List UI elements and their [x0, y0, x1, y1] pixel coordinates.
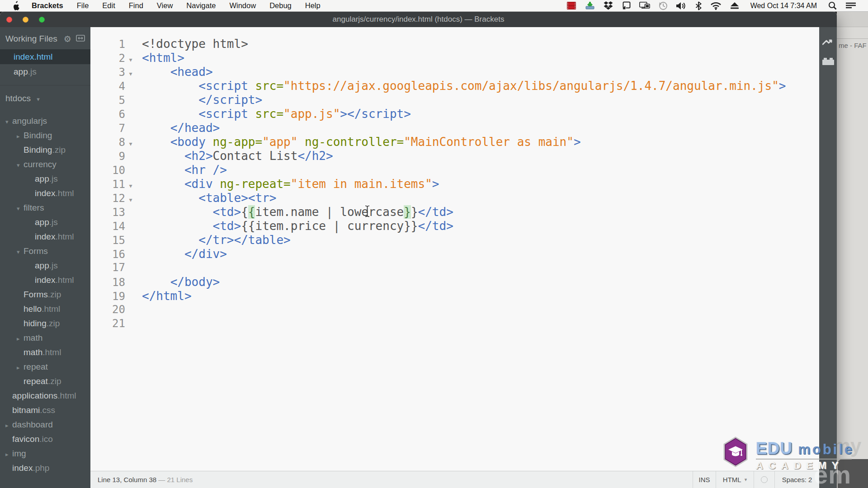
folder-closed-triangle-icon[interactable]: ▸ [5, 447, 12, 462]
tree-item-app.js[interactable]: app.js [0, 258, 90, 273]
tree-item-repeat.zip[interactable]: repeat.zip [0, 374, 90, 389]
bluetooth-icon[interactable] [695, 1, 702, 10]
code-line-18[interactable]: 18 </body> [90, 275, 819, 289]
code-line-9[interactable]: 9 <h2>Contact List</h2> [90, 149, 819, 163]
eject-icon[interactable] [730, 2, 739, 9]
tree-item-angularjs[interactable]: ▾angularjs [0, 114, 90, 128]
code-line-17[interactable]: 17 [90, 261, 819, 275]
code-line-21[interactable]: 21 [90, 317, 819, 331]
code-line-12[interactable]: 12▾ <table><tr> [90, 191, 819, 205]
tree-item-app.js[interactable]: app.js [0, 215, 90, 230]
menu-item-window[interactable]: Window [229, 1, 256, 10]
tree-item-hello.html[interactable]: hello.html [0, 302, 90, 316]
menu-bar-clock[interactable]: Wed Oct 14 7:34 AM [750, 2, 817, 10]
tree-item-index.html[interactable]: index.html [0, 273, 90, 287]
folder-closed-triangle-icon[interactable]: ▸ [17, 129, 24, 144]
folder-closed-triangle-icon[interactable]: ▸ [17, 361, 24, 375]
time-machine-icon[interactable] [659, 1, 668, 10]
window-titlebar[interactable]: angularjs/currency/index.html (htdocs) —… [0, 12, 837, 27]
code-line-8[interactable]: 8▾ <body ng-app="app" ng-controller="Mai… [90, 135, 819, 149]
gear-icon[interactable]: ⚙ [64, 35, 71, 43]
tree-item-Binding[interactable]: ▸Binding [0, 128, 90, 143]
language-selector[interactable]: HTML ▾ [716, 471, 754, 488]
code-line-1[interactable]: 1<!doctype html> [90, 37, 819, 51]
menu-item-navigate[interactable]: Navigate [186, 1, 216, 10]
tree-item-Forms.zip[interactable]: Forms.zip [0, 287, 90, 302]
spotlight-search-icon[interactable] [828, 1, 837, 10]
menu-item-file[interactable]: File [77, 1, 89, 10]
zoom-button[interactable] [39, 17, 45, 23]
fold-marker[interactable]: ▾ [125, 70, 136, 77]
folder-open-triangle-icon[interactable]: ▾ [17, 245, 24, 259]
live-preview-lightning-icon[interactable] [822, 39, 834, 50]
menu-item-find[interactable]: Find [129, 1, 143, 10]
code-editor[interactable]: 1<!doctype html>2▾<html>3▾ <head>4 <scri… [90, 27, 819, 488]
folder-open-triangle-icon[interactable]: ▾ [17, 202, 24, 216]
background-window[interactable]: me - FAF [837, 12, 868, 488]
tree-item-index.html[interactable]: index.html [0, 186, 90, 201]
fold-marker[interactable]: ▾ [125, 182, 136, 189]
menu-item-help[interactable]: Help [305, 1, 321, 10]
split-view-icon[interactable] [76, 34, 85, 44]
extension-manager-brick-icon[interactable] [822, 57, 835, 67]
tree-item-math[interactable]: ▸math [0, 331, 90, 345]
tree-item-Forms[interactable]: ▾Forms [0, 244, 90, 258]
tree-item-img[interactable]: ▸img [0, 446, 90, 461]
working-file-app.js[interactable]: app.js [0, 64, 90, 79]
code-line-6[interactable]: 6 <script src="app.js"></script> [90, 107, 819, 121]
code-line-16[interactable]: 16 </div> [90, 247, 819, 261]
code-line-7[interactable]: 7 </head> [90, 121, 819, 135]
code-line-19[interactable]: 19</html> [90, 289, 819, 303]
code-line-20[interactable]: 20 [90, 303, 819, 317]
code-line-3[interactable]: 3▾ <head> [90, 65, 819, 79]
working-file-index.html[interactable]: index.html [0, 49, 90, 64]
tree-item-index.html[interactable]: index.html [0, 230, 90, 244]
code-line-13[interactable]: 13 <td>{{item.name | lowercase}}</td> [90, 205, 819, 219]
menu-item-edit[interactable]: Edit [102, 1, 115, 10]
notification-center-icon[interactable] [845, 2, 856, 10]
tree-item-app.js[interactable]: app.js [0, 172, 90, 186]
menu-item-view[interactable]: View [157, 1, 173, 10]
apple-menu[interactable] [12, 1, 19, 10]
screen-recording-icon[interactable] [566, 2, 576, 9]
tree-item-filters[interactable]: ▾filters [0, 201, 90, 215]
code-line-4[interactable]: 4 <script src="https://ajax.googleapis.c… [90, 79, 819, 93]
tree-item-Binding.zip[interactable]: Binding.zip [0, 143, 90, 157]
tree-item-index.php[interactable]: index.php [0, 461, 90, 475]
spaces-setting[interactable]: Spaces: 2 [774, 471, 819, 488]
displays-icon[interactable] [639, 2, 650, 10]
menu-item-debug[interactable]: Debug [269, 1, 292, 10]
tree-item-dashboard[interactable]: ▸dashboard [0, 418, 90, 432]
dropbox-icon[interactable] [604, 1, 613, 10]
fold-marker[interactable]: ▾ [125, 140, 136, 147]
project-root-dropdown[interactable]: htdocs ▾ [0, 85, 90, 103]
folder-closed-triangle-icon[interactable]: ▸ [5, 418, 12, 433]
wifi-icon[interactable] [710, 2, 722, 10]
folder-open-triangle-icon[interactable]: ▾ [17, 158, 24, 173]
code-line-10[interactable]: 10 <hr /> [90, 163, 819, 177]
code-line-15[interactable]: 15 </tr></table> [90, 233, 819, 247]
folder-open-triangle-icon[interactable]: ▾ [5, 115, 12, 129]
airplay-icon[interactable] [622, 1, 631, 10]
code-line-14[interactable]: 14 <td>{{item.price | currency}}</td> [90, 219, 819, 233]
tree-item-repeat[interactable]: ▸repeat [0, 360, 90, 374]
software-update-icon[interactable] [585, 2, 595, 10]
minimize-button[interactable] [23, 17, 28, 23]
code-line-11[interactable]: 11▾ <div ng-repeat="item in main.items"> [90, 177, 819, 191]
close-button[interactable] [6, 17, 12, 23]
folder-closed-triangle-icon[interactable]: ▸ [17, 332, 24, 346]
tree-item-currency[interactable]: ▾currency [0, 157, 90, 172]
tree-item-math.html[interactable]: math.html [0, 345, 90, 360]
fold-marker[interactable]: ▾ [125, 56, 136, 63]
menu-item-brackets[interactable]: Brackets [32, 1, 63, 10]
code-line-5[interactable]: 5 </script> [90, 93, 819, 107]
tree-item-favicon.ico[interactable]: favicon.ico [0, 432, 90, 446]
tree-item-hiding.zip[interactable]: hiding.zip [0, 316, 90, 331]
fold-marker[interactable]: ▾ [125, 196, 136, 203]
tree-item-bitnami.css[interactable]: bitnami.css [0, 403, 90, 418]
insert-mode-toggle[interactable]: INS [693, 471, 716, 488]
tree-item-applications.html[interactable]: applications.html [0, 389, 90, 403]
lint-indicator[interactable] [754, 471, 774, 488]
code-line-2[interactable]: 2▾<html> [90, 51, 819, 65]
volume-icon[interactable] [676, 2, 687, 10]
